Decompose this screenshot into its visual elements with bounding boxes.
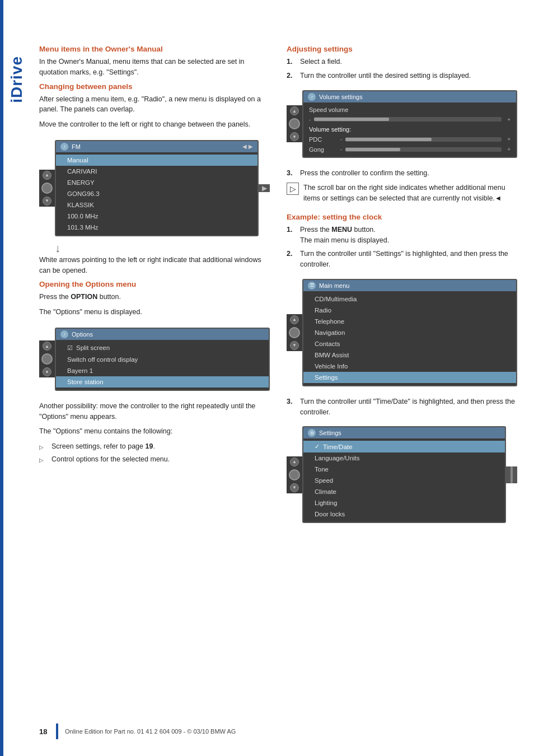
main-menu-title-bar: ☰ Main menu [303,280,516,291]
clock-steps-1-2: 1. Press the MENU button.The main menu i… [287,225,517,270]
volume-list: Speed volume - + Vo [303,102,516,157]
scroll-note-container: ▷ The scroll bar on the right side indic… [287,183,517,208]
mm-item-navigation: Navigation [303,327,516,338]
speed-minus: - [309,116,311,123]
menu-items-para: In the Owner's Manual, menu items that c… [39,57,270,78]
options-screen-mockup: ♪ Options ☑ Split screen Switch off cont… [55,328,270,391]
fm-screen-container: ▲ ▼ ♪ FM ◀ ▶ [39,134,270,242]
options-ctrl-down[interactable]: ▼ [43,367,51,376]
volume-title-bar: ♪ Volume settings [303,91,516,102]
settings-item-lighting: Lighting [303,497,505,508]
options-item-bayern: Bayern 1 [56,365,269,376]
settings-item-climate: Climate [303,486,505,497]
options-screen-container: ▲ ▼ ♪ Options ☑ [39,322,270,396]
options-after-para2: The "Options" menu contains the followin… [39,426,270,437]
settings-ctrl-down[interactable]: ▼ [290,483,299,492]
options-ctrl-up[interactable]: ▲ [43,342,51,351]
settings-item-timedate: ✓ Time/Date [303,441,505,452]
fm-controller-left: ▲ ▼ [39,170,55,207]
options-list: ☑ Split screen Switch off control displa… [56,340,269,390]
pdc-bar [345,137,502,142]
volume-icon: ♪ [308,93,316,101]
fm-screen-mockup: ♪ FM ◀ ▶ Manual CARIVARI [55,140,259,236]
mm-ctrl-up[interactable]: ▲ [290,315,299,324]
scroll-note-text: The scroll bar on the right side indicat… [303,183,517,204]
fm-title: FM [72,143,81,150]
heading-menu-items: Menu items in the Owner's Manual [39,45,270,53]
footer-divider [56,724,58,739]
clock-step-num-2: 2. [287,249,296,270]
fm-item-101mhz: 101.3 MHz [56,222,257,233]
options-title-bar: ♪ Options [56,329,269,340]
section-opening-options: Opening the Options menu Press the OPTIO… [39,280,270,464]
options-controller-left: ▲ ▼ [39,340,55,377]
volume-screen-container: ▲ ▼ ♪ Volume settings Speed [287,85,517,164]
settings-title: Settings [319,430,341,436]
controller-down-btn[interactable]: ▼ [43,197,51,206]
fm-item-manual: Manual [56,155,257,166]
controller-dial[interactable] [41,183,53,194]
options-title: Options [72,331,93,338]
settings-item-speed: Speed [303,475,505,486]
panel-transition-arrow: ↓ [39,242,270,255]
pdc-minus: - [340,136,342,142]
speed-volume-bar: - + [303,115,516,124]
fm-right-arrow: ▶ [262,184,267,192]
mm-ctrl-down[interactable]: ▼ [290,341,299,350]
left-column: Menu items in the Owner's Manual In the … [39,45,270,529]
settings-item-doorlocks: Door locks [303,508,505,520]
settings-title-bar: ⚙ Settings [303,427,505,438]
main-menu-icon: ☰ [308,282,316,290]
volume-ctrl-down[interactable]: ▼ [290,132,299,141]
mm-item-vehicle-info: Vehicle Info [303,361,516,372]
controller-up-btn[interactable]: ▲ [43,171,51,180]
options-after-para1: Another possibility: move the controller… [39,401,270,422]
section-menu-items: Menu items in the Owner's Manual In the … [39,45,270,78]
settings-ctrl-up[interactable]: ▲ [290,458,299,466]
mm-ctrl-dial[interactable] [289,327,300,338]
options-item-split: ☑ Split screen [56,342,269,354]
sidebar-title: iDrive [8,56,26,103]
bullet-arrow-2: ▷ [39,456,47,464]
clock-step-2: 2. Turn the controller until "Settings" … [287,249,517,270]
heading-example-clock: Example: setting the clock [287,213,517,221]
mm-item-settings: Settings [303,372,516,383]
volume-setting-label: Volume setting: [303,124,516,134]
volume-ctrl-up[interactable]: ▲ [290,106,299,115]
gong-plus: + [507,146,510,152]
volume-ctrl-dial[interactable] [289,118,300,129]
gong-minus: - [340,146,342,152]
speed-bar [314,117,502,122]
clock-step-3: 3. Turn the controller until "Time/Date"… [287,396,517,418]
step-num-1: 1. [287,57,296,67]
bullet-arrow-1: ▷ [39,443,47,451]
timedate-check-icon: ✓ [315,443,320,450]
fm-item-100mhz: 100.0 MHz [56,211,257,222]
options-item-switch: Switch off control display [56,354,269,365]
options-intro-2: The "Options" menu is displayed. [39,307,270,318]
clock-step-1: 1. Press the MENU button.The main menu i… [287,225,517,246]
adjust-step-3: 3. Press the controller to confirm the s… [287,168,517,179]
gong-volume-row: Gong - + [303,144,516,155]
mm-item-contacts: Contacts [303,338,516,349]
white-arrows-note: White arrows pointing to the left or rig… [39,255,270,276]
settings-ctrl-dial[interactable] [289,469,300,480]
settings-icon: ⚙ [308,429,316,437]
fm-item-carivari: CARIVARI [56,166,257,177]
options-ctrl-dial[interactable] [41,353,53,365]
adjust-step-1: 1. Select a field. [287,57,517,67]
settings-screen: ⚙ Settings ✓ Time/Date Language/Units To… [302,421,506,529]
pdc-plus: + [507,136,510,142]
main-menu-mockup: ☰ Main menu CD/Multimedia Radio Telephon… [302,279,517,386]
volume-controller-left: ▲ ▼ [287,105,302,142]
settings-item-language: Language/Units [303,452,505,464]
down-arrow-icon: ↓ [55,242,60,255]
fm-title-bar: ♪ FM ◀ ▶ [56,141,257,152]
options-bullet-list: ▷ Screen settings, refer to page 19. ▷ C… [39,441,270,465]
options-icon: ♪ [60,330,68,338]
step-num-3: 3. [287,168,296,179]
split-check-icon: ☑ [67,344,73,352]
mm-item-bmw-assist: BMW Assist [303,349,516,361]
pdc-volume-row: PDC - + [303,134,516,144]
speed-bar-fill [314,118,389,121]
